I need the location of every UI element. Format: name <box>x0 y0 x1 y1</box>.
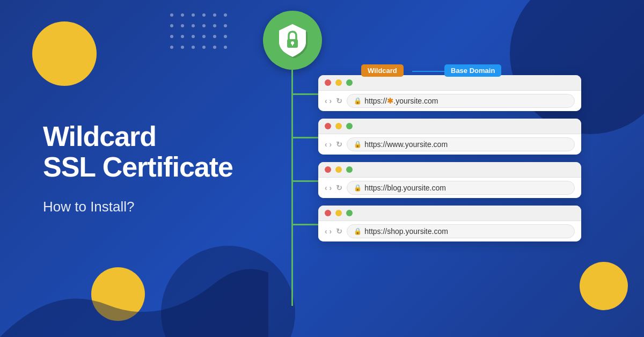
browser-nav-2: ‹ › ↻ 🔒 https://www.yoursite.com <box>318 134 581 155</box>
nav-back-4: ‹ › <box>325 227 332 236</box>
nav-back-2: ‹ › <box>325 140 332 149</box>
dot-yellow-4 <box>335 210 342 216</box>
svg-point-12 <box>170 35 173 38</box>
nav-back-1: ‹ › <box>325 97 332 105</box>
dot-red-3 <box>325 166 331 173</box>
browser-nav-4: ‹ › ↻ 🔒 https://shop.yoursite.com <box>318 221 581 241</box>
url-text-2: https://www.yoursite.com <box>364 140 448 149</box>
nav-refresh-3: ↻ <box>336 184 342 192</box>
url-text-4: https://shop.yoursite.com <box>364 227 448 236</box>
dot-green-2 <box>346 123 353 129</box>
browser-titlebar-3 <box>318 162 581 178</box>
lock-icon-3: 🔒 <box>354 184 362 192</box>
connector-h4 <box>291 224 318 225</box>
dot-yellow-3 <box>335 166 342 173</box>
svg-point-18 <box>170 46 173 49</box>
browser-row-2: ‹ › ↻ 🔒 https://www.yoursite.com <box>318 119 581 155</box>
browser-titlebar-2 <box>318 119 581 134</box>
dot-yellow-1 <box>335 79 342 86</box>
svg-point-21 <box>202 46 206 49</box>
shield-lock-icon <box>276 23 309 58</box>
svg-point-16 <box>213 35 216 38</box>
address-bar-2: 🔒 https://www.yoursite.com <box>347 137 575 151</box>
svg-point-14 <box>192 35 195 38</box>
svg-point-11 <box>224 24 227 27</box>
deco-circle-top-left <box>32 21 97 86</box>
browser-row-3: ‹ › ↻ 🔒 https://blog.yoursite.com <box>318 162 581 198</box>
browser-window-1: ‹ › ↻ 🔒 https://✱.yoursite.com <box>318 75 581 111</box>
svg-point-20 <box>192 46 195 49</box>
browser-titlebar-1 <box>318 75 581 91</box>
dot-green-4 <box>346 210 353 216</box>
address-bar-4: 🔒 https://shop.yoursite.com <box>347 224 575 238</box>
svg-point-15 <box>202 35 206 38</box>
address-bar-3: 🔒 https://blog.yoursite.com <box>347 181 575 195</box>
dot-red-4 <box>325 210 331 216</box>
dot-red-1 <box>325 79 331 86</box>
browsers-wrapper: Wildcard Base Domain ‹ › ↻ 🔒 https://✱.y… <box>318 75 581 241</box>
browser-nav-1: ‹ › ↻ 🔒 https://✱.yoursite.com <box>318 91 581 111</box>
deco-wave-left <box>0 230 268 337</box>
deco-circle-bottom-right <box>580 262 628 310</box>
shield-circle <box>263 11 322 70</box>
browser-window-3: ‹ › ↻ 🔒 https://blog.yoursite.com <box>318 162 581 198</box>
dot-yellow-2 <box>335 123 342 129</box>
url-text-3: https://blog.yoursite.com <box>364 184 446 192</box>
label-base-domain: Base Domain <box>444 64 501 77</box>
connector-h2 <box>291 137 318 138</box>
browser-window-2: ‹ › ↻ 🔒 https://www.yoursite.com <box>318 119 581 155</box>
svg-point-6 <box>170 24 173 27</box>
nav-refresh-1: ↻ <box>336 97 342 105</box>
svg-point-19 <box>181 46 184 49</box>
svg-point-0 <box>170 13 173 17</box>
main-title: Wildcard SSL Certificate <box>43 121 233 182</box>
svg-point-8 <box>192 24 195 27</box>
svg-point-10 <box>213 24 216 27</box>
svg-point-4 <box>213 13 216 17</box>
lock-icon-1: 🔒 <box>354 97 362 105</box>
address-bar-1: 🔒 https://✱.yoursite.com <box>347 94 575 108</box>
lock-icon-4: 🔒 <box>354 228 362 235</box>
lock-icon-2: 🔒 <box>354 141 362 148</box>
svg-point-1 <box>181 13 184 17</box>
svg-point-17 <box>224 35 227 38</box>
nav-refresh-2: ↻ <box>336 140 342 149</box>
nav-refresh-4: ↻ <box>336 227 342 236</box>
browser-row-1: Wildcard Base Domain ‹ › ↻ 🔒 https://✱.y… <box>318 75 581 111</box>
svg-point-22 <box>213 46 216 49</box>
svg-point-5 <box>224 13 227 17</box>
svg-rect-26 <box>292 43 293 46</box>
background: Wildcard SSL Certificate How to Install? <box>0 0 644 337</box>
subtitle: How to Install? <box>43 199 233 216</box>
browser-nav-3: ‹ › ↻ 🔒 https://blog.yoursite.com <box>318 178 581 198</box>
connector-vertical-line <box>291 70 293 306</box>
connector-h3 <box>291 180 318 182</box>
svg-point-13 <box>181 35 184 38</box>
dot-red-2 <box>325 123 331 129</box>
label-wildcard: Wildcard <box>361 64 404 77</box>
svg-point-9 <box>202 24 206 27</box>
browser-row-4: ‹ › ↻ 🔒 https://shop.yoursite.com <box>318 206 581 241</box>
svg-point-7 <box>181 24 184 27</box>
browser-titlebar-4 <box>318 206 581 221</box>
shield-container <box>263 11 322 70</box>
browser-window-4: ‹ › ↻ 🔒 https://shop.yoursite.com <box>318 206 581 241</box>
deco-dots <box>166 10 236 58</box>
svg-point-23 <box>224 46 227 49</box>
svg-point-2 <box>192 13 195 17</box>
dot-green-1 <box>346 79 353 86</box>
connector-h1 <box>291 93 318 95</box>
svg-point-3 <box>202 13 206 17</box>
dot-green-3 <box>346 166 353 173</box>
url-text-1: https://✱.yoursite.com <box>364 97 438 105</box>
left-content: Wildcard SSL Certificate How to Install? <box>43 121 233 215</box>
nav-back-3: ‹ › <box>325 184 332 192</box>
